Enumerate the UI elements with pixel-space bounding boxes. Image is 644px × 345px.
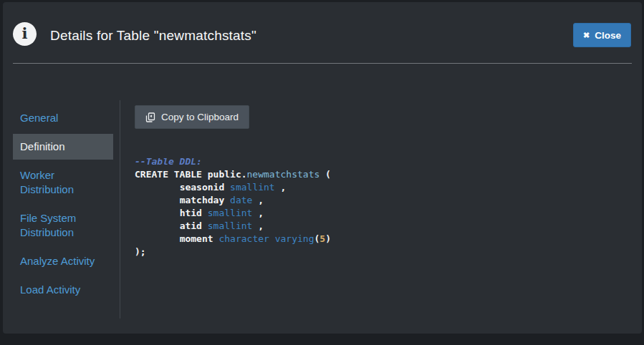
header-divider <box>13 63 632 64</box>
modal-title: Details for Table "newmatchstats" <box>50 28 256 44</box>
sidebar-item-general[interactable]: General <box>13 105 113 131</box>
page-background: i Details for Table "newmatchstats" ✖ Cl… <box>0 0 644 345</box>
sidebar-item-analyze-activity[interactable]: Analyze Activity <box>13 248 113 274</box>
code-line: CREATE TABLE public.newmatchstats ( <box>135 168 628 181</box>
copy-button-label: Copy to Clipboard <box>161 112 239 122</box>
code-line: ); <box>135 246 628 258</box>
definition-panel: Copy to Clipboard --Table DDL:CREATE TAB… <box>135 105 628 258</box>
code-line: moment character varying(5) <box>135 233 628 246</box>
close-icon: ✖ <box>583 31 590 39</box>
info-icon-glyph: i <box>22 26 28 41</box>
copy-to-clipboard-button[interactable]: Copy to Clipboard <box>135 105 249 129</box>
code-line: matchday date , <box>135 194 628 207</box>
sidebar-nav: GeneralDefinitionWorker DistributionFile… <box>13 105 113 306</box>
code-line: atid smallint , <box>135 220 628 233</box>
copy-icon <box>145 112 155 122</box>
close-button-label: Close <box>595 30 621 41</box>
table-details-modal: i Details for Table "newmatchstats" ✖ Cl… <box>3 2 642 334</box>
sidebar-divider <box>120 100 120 319</box>
info-icon: i <box>13 22 37 46</box>
code-line: seasonid smallint , <box>135 181 628 194</box>
code-line: htid smallint , <box>135 207 628 220</box>
sidebar-item-worker-distribution[interactable]: Worker Distribution <box>13 162 113 203</box>
sidebar-item-load-activity[interactable]: Load Activity <box>13 277 113 303</box>
sidebar-item-file-system-distribution[interactable]: File System Distribution <box>13 205 113 246</box>
ddl-code: --Table DDL:CREATE TABLE public.newmatch… <box>135 155 628 258</box>
sidebar-item-definition[interactable]: Definition <box>13 134 113 160</box>
code-line: --Table DDL: <box>135 155 628 168</box>
close-button[interactable]: ✖ Close <box>573 23 631 47</box>
